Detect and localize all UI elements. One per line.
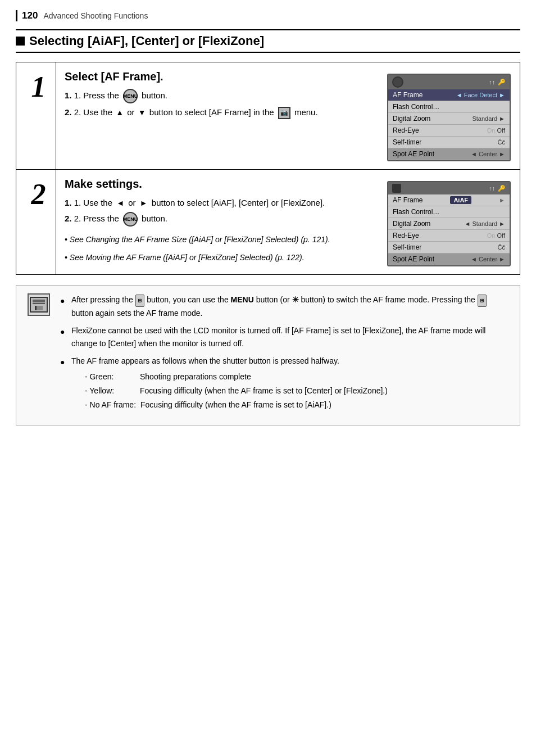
info-icon-block: [26, 293, 51, 316]
step-2-camera-screen: ↑↑ 🔑 AF Frame AiAF ► Flash Control… Digi…: [387, 181, 511, 266]
section-title-text: Selecting [AiAF], [Center] or [FlexiZone…: [29, 34, 264, 48]
bullet-dot-1: ●: [60, 295, 67, 320]
menu-row-redeye-1: Red-Eye On Off: [388, 125, 510, 137]
menu-row-timer-2: Self-timer Čč: [388, 242, 510, 253]
topbar-icons-2: ↑↑ 🔑: [489, 185, 506, 192]
disp-button: ⊞: [135, 295, 145, 307]
disp-button-2: ⊞: [478, 295, 487, 307]
info-sub-list: - Green: Shooting preparations complete …: [85, 370, 388, 411]
camera-menu-1: AF Frame ◄ Face Detect ► Flash Control… …: [388, 89, 510, 160]
sub-yellow: - Yellow: Focusing difficulty (when the …: [85, 384, 388, 397]
menu-button-icon-2: MENU: [123, 212, 138, 227]
step-2-instr-1: 1. 1. Use the ◄ or ► button to select [A…: [65, 196, 376, 210]
step-2-text: Make settings. 1. 1. Use the ◄ or ► butt…: [65, 178, 376, 266]
step-2-heading: Make settings.: [65, 178, 376, 191]
menu-row-timer-1: Self-timer Čč: [388, 137, 510, 148]
info-bullet-2: ● FlexiZone cannot be used with the LCD …: [60, 324, 510, 350]
step-2-bullet-1-italic: Changing the AF Frame Size ([AiAF] or [F…: [86, 235, 299, 244]
bullet-dot-3: ●: [60, 356, 67, 412]
note-icon: [30, 297, 48, 313]
step-1-content: Select [AF Frame]. 1. 1. Press the MENU …: [56, 62, 520, 169]
menu-row-spot-2: Spot AE Point ◄ Center ►: [388, 253, 510, 265]
topbar-icons: ↑↑ 🔑: [489, 79, 506, 86]
info-content: ● After pressing the ⊞ button, you can u…: [60, 293, 510, 417]
menu-button-icon: MENU: [123, 89, 138, 103]
info-icon: [28, 293, 50, 316]
menu-row-zoom-1: Digital Zoom Standard ►: [388, 113, 510, 125]
step-2-number: 2: [16, 170, 56, 274]
step-1-instr-1: 1. 1. Press the MENU button.: [65, 89, 376, 103]
camera-topbar-2: ↑↑ 🔑: [388, 182, 510, 194]
page-title: Advanced Shooting Functions: [43, 11, 148, 20]
menu-row-af-frame-1: AF Frame ◄ Face Detect ►: [388, 89, 510, 101]
page-header: 120 Advanced Shooting Functions: [16, 10, 520, 21]
right-arrow-icon: ►: [140, 198, 148, 207]
step-1-heading: Select [AF Frame].: [65, 70, 376, 83]
step-1-instr-2: 2. 2. Use the ▲ or ▼ button to select [A…: [65, 106, 376, 119]
menu-row-af-frame-2: AF Frame AiAF ►: [388, 194, 510, 206]
info-bullet-3: ● The AF frame appears as follows when t…: [60, 355, 510, 412]
camera-icon: 📷: [278, 107, 290, 119]
topbar-square: [392, 184, 401, 193]
topbar-circle: [392, 76, 403, 88]
bullet-dot-2: ●: [60, 325, 67, 350]
up-arrow-icon: ▲: [116, 108, 124, 117]
step-1-text: Select [AF Frame]. 1. 1. Press the MENU …: [65, 70, 376, 161]
down-arrow-icon: ▼: [138, 108, 146, 117]
section-icon: [16, 37, 25, 46]
info-box: ● After pressing the ⊞ button, you can u…: [16, 285, 520, 425]
step-2-container: 2 Make settings. 1. 1. Use the ◄ or ► bu…: [16, 170, 520, 275]
info-bullet-1: ● After pressing the ⊞ button, you can u…: [60, 293, 510, 320]
step-1-camera-screen: ↑↑ 🔑 AF Frame ◄ Face Detect ► Flash Cont…: [387, 74, 511, 161]
step-2-bullet-1: • See Changing the AF Frame Size ([AiAF]…: [65, 233, 376, 246]
sub-no-frame: - No AF frame: Focusing difficulty (when…: [85, 399, 388, 411]
step-1-container: 1 Select [AF Frame]. 1. 1. Press the MEN…: [16, 62, 520, 170]
sub-green: - Green: Shooting preparations complete: [85, 370, 388, 383]
menu-row-zoom-2: Digital Zoom ◄ Standard ►: [388, 218, 510, 230]
menu-row-redeye-2: Red-Eye On Off: [388, 230, 510, 242]
camera-topbar-1: ↑↑ 🔑: [388, 75, 510, 89]
menu-row-spot-1: Spot AE Point ◄ Center ►: [388, 148, 510, 160]
step-2-instr-2: 2. 2. Press the MENU button.: [65, 212, 376, 227]
camera-menu-2: AF Frame AiAF ► Flash Control… Digital Z…: [388, 194, 510, 265]
step-1-number: 1: [16, 62, 56, 169]
section-title: Selecting [AiAF], [Center] or [FlexiZone…: [16, 29, 520, 53]
step-2-bullet-2-italic: Moving the AF Frame ([AiAF] or [FlexiZon…: [86, 253, 273, 262]
star-icon: ✳: [292, 295, 299, 304]
left-arrow-icon: ◄: [116, 198, 124, 207]
step-2-bullet-2: • See Moving the AF Frame ([AiAF] or [Fl…: [65, 251, 376, 264]
step-2-content: Make settings. 1. 1. Use the ◄ or ► butt…: [56, 170, 520, 274]
menu-row-flash-2: Flash Control…: [388, 206, 510, 218]
page-number: 120: [22, 10, 38, 21]
menu-row-flash-1: Flash Control…: [388, 101, 510, 113]
